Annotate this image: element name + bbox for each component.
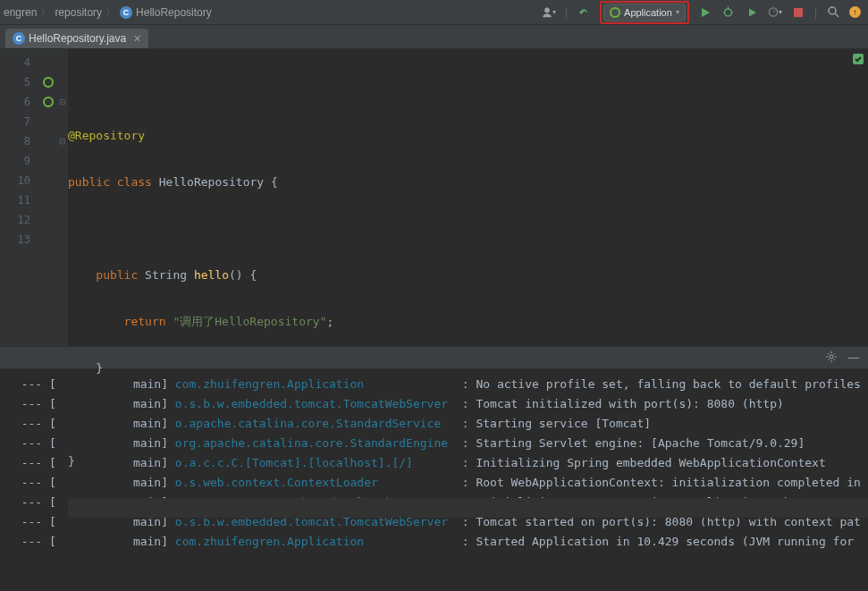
class-icon: C [120, 6, 132, 19]
annotation-gutter [39, 49, 57, 346]
code-line: public class HelloRepository { [68, 173, 868, 192]
code-with-me-icon[interactable]: ▾ [542, 5, 556, 20]
debug-icon[interactable] [721, 5, 736, 20]
spring-bean-icon[interactable] [43, 97, 54, 107]
line-number[interactable]: 13 [0, 230, 39, 249]
code-line [68, 80, 868, 99]
spring-icon [610, 7, 620, 18]
spring-bean-icon[interactable] [43, 77, 54, 88]
line-number[interactable]: 7 [0, 112, 39, 131]
svg-point-0 [725, 9, 732, 16]
toolbar-actions: ▾ | Application ▾ ▾ | [542, 1, 868, 24]
run-icon[interactable] [698, 5, 712, 20]
code-line: public String hello() { [68, 266, 868, 285]
class-icon: C [13, 32, 25, 45]
tab-label: HelloRepository.java [29, 32, 126, 45]
breadcrumb-sep-icon: 〉 [105, 4, 116, 20]
inspection-indicator-icon[interactable] [852, 53, 864, 68]
svg-point-7 [829, 7, 836, 14]
tab-hello-repository[interactable]: C HelloRepository.java ✕ [5, 29, 148, 48]
editor-tabbar: C HelloRepository.java ✕ [0, 25, 868, 49]
code-line: } [68, 359, 868, 378]
run-configuration-selector[interactable]: Application ▾ [603, 4, 686, 21]
line-number-gutter: 4 5 6 7 8 9 10 11 12 13 [0, 49, 39, 346]
code-line: return "调用了HelloRepository"; [68, 312, 868, 332]
svg-line-6 [773, 10, 775, 12]
breadcrumb: engren 〉 repository 〉 C HelloRepository [0, 0, 212, 24]
stop-icon[interactable] [791, 5, 805, 20]
fold-toggle-icon[interactable]: ⊟ [57, 131, 68, 151]
line-number[interactable]: 5 [0, 72, 39, 92]
main-toolbar: engren 〉 repository 〉 C HelloRepository … [0, 0, 868, 25]
fold-gutter: ⊟ ⊟ [57, 49, 68, 346]
chevron-down-icon: ▾ [676, 8, 679, 16]
update-available-icon[interactable]: ↑ [849, 6, 861, 18]
line-number[interactable]: 11 [0, 190, 39, 210]
code-line [68, 498, 868, 518]
code-line: @Repository [68, 126, 868, 146]
fold-toggle-icon[interactable]: ⊟ [57, 92, 68, 112]
code-line: } [68, 452, 868, 471]
code-area[interactable]: @Repository public class HelloRepository… [68, 49, 868, 346]
code-line [68, 405, 868, 425]
search-icon[interactable] [826, 5, 840, 20]
breadcrumb-seg-1[interactable]: repository [55, 6, 102, 19]
code-editor[interactable]: 4 5 6 7 8 9 10 11 12 13 ⊟ ⊟ @Repository … [0, 49, 868, 346]
line-number[interactable]: 8 [0, 131, 39, 151]
line-number[interactable]: 6 [0, 92, 39, 112]
build-hammer-icon[interactable] [577, 5, 591, 20]
run-configuration-highlight: Application ▾ [600, 1, 689, 24]
svg-rect-4 [746, 7, 749, 18]
breadcrumb-sep-icon: 〉 [40, 4, 51, 20]
breadcrumb-seg-2[interactable]: HelloRepository [136, 6, 212, 19]
profile-icon[interactable]: ▾ [768, 5, 782, 20]
code-line [68, 219, 868, 239]
close-tab-icon[interactable]: ✕ [133, 33, 141, 45]
run-config-label: Application [624, 7, 672, 18]
line-number[interactable]: 12 [0, 210, 39, 230]
line-number[interactable]: 4 [0, 53, 39, 72]
line-number[interactable]: 9 [0, 151, 39, 171]
svg-line-8 [835, 13, 839, 17]
breadcrumb-seg-0[interactable]: engren [4, 6, 37, 19]
coverage-icon[interactable] [745, 5, 759, 20]
line-number[interactable]: 10 [0, 171, 39, 190]
